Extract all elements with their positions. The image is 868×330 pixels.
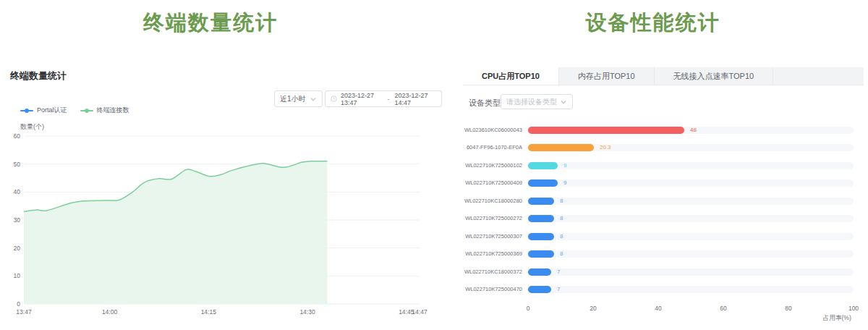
bar-category-label: WL023610KC06000043 <box>450 127 522 134</box>
bar-category-label: WL022710KC18000372 <box>450 268 522 276</box>
legend-label: 终端连接数 <box>97 106 129 115</box>
bar-track <box>528 198 854 205</box>
x-tick-label: 80 <box>778 305 799 312</box>
x-tick-label: 14:30 <box>299 308 315 316</box>
time-range-select[interactable]: 近1小时 <box>274 90 323 107</box>
bar-value-label: 7 <box>557 268 560 276</box>
x-tick-label: 100 <box>843 305 864 312</box>
bar-category-label: WL022710K725000307 <box>450 233 522 240</box>
legend-marker <box>80 110 93 111</box>
legend-item[interactable]: 终端连接数 <box>80 106 129 115</box>
line-chart-legend: Portal认证终端连接数 <box>20 106 129 115</box>
bar-value-label: 9 <box>563 179 566 187</box>
left-chart-header: 终端数量统计 <box>10 69 67 82</box>
x-tick-label: 20 <box>582 305 604 312</box>
y-tick-label: 30 <box>14 216 21 224</box>
bar-category-label: WL022710KC18000280 <box>450 198 522 205</box>
legend-item[interactable]: Portal认证 <box>20 106 67 115</box>
x-tick-label: 14:00 <box>102 308 118 316</box>
bar-category-label: WL022710K725000272 <box>450 215 522 222</box>
bar <box>528 250 554 258</box>
bar-value-label: 9 <box>563 162 566 169</box>
x-tick-label: 14:15 <box>201 308 217 316</box>
legend-marker <box>20 110 33 111</box>
bar-value-label: 7 <box>557 286 560 293</box>
bar-value-label: 20.3 <box>600 144 611 151</box>
tab-CPU占用TOP10[interactable]: CPU占用TOP10 <box>463 67 559 85</box>
time-range-value: 近1小时 <box>280 94 306 104</box>
tab-无线接入点速率TOP10[interactable]: 无线接入点速率TOP10 <box>655 67 774 85</box>
bar <box>528 162 558 169</box>
bar-category-label: WL022710K725000369 <box>450 250 522 258</box>
bar <box>528 144 594 151</box>
bar-track <box>528 250 854 258</box>
x-tick-label: 60 <box>712 305 734 312</box>
bar-category-label: WL022710K725000102 <box>450 162 522 169</box>
device-type-select[interactable]: 请选择设备类型 <box>501 94 573 109</box>
x-axis-title: 占用率(%) <box>823 314 851 323</box>
bar-category-label: WL022710K725000470 <box>450 286 522 293</box>
y-tick-label: 10 <box>14 272 21 279</box>
bar <box>528 286 551 293</box>
x-tick-label: 14:47 <box>412 308 427 316</box>
series-area-fill <box>24 161 327 304</box>
terminal-count-line-chart: 010203040506013:4714:0014:1514:3014:4514… <box>0 130 448 320</box>
bar-track <box>528 179 854 187</box>
date-range-separator: - <box>386 96 391 103</box>
y-tick-label: 40 <box>14 188 21 195</box>
bar-track <box>528 286 854 293</box>
bar-value-label: 8 <box>560 233 563 240</box>
bar-category-label: 6047-FF96-1070-EF0A <box>450 144 522 151</box>
device-type-label: 设备类型 <box>469 98 501 109</box>
clock-icon <box>331 95 337 103</box>
bar-track <box>528 162 854 169</box>
bar-category-label: WL022710K725000409 <box>450 179 522 187</box>
x-tick-label: 13:47 <box>16 308 32 316</box>
tab-内存占用TOP10[interactable]: 内存占用TOP10 <box>559 67 655 85</box>
bar <box>528 198 554 205</box>
bar-track <box>528 144 854 151</box>
legend-label: Portal认证 <box>37 106 67 115</box>
bar <box>528 179 558 187</box>
date-range-end[interactable]: 2023-12-27 14:47 <box>394 92 436 106</box>
bar-value-label: 8 <box>560 250 563 258</box>
bar-value-label: 8 <box>560 198 563 205</box>
bar <box>528 233 554 240</box>
performance-tabs: CPU占用TOP10内存占用TOP10无线接入点速率TOP10 <box>463 67 864 85</box>
left-panel-title: 终端数量统计 <box>0 9 421 38</box>
bar-track <box>528 215 854 222</box>
chevron-down-icon <box>560 98 567 106</box>
date-range-start[interactable]: 2023-12-27 13:47 <box>341 92 383 106</box>
y-tick-label: 20 <box>14 245 21 252</box>
y-tick-label: 50 <box>14 161 21 168</box>
x-tick-label: 40 <box>647 305 669 312</box>
bar-track <box>528 233 854 240</box>
dashboard: 终端数量统计 终端数量统计 近1小时 2023-12-27 13:47 - 20… <box>0 0 868 330</box>
y-tick-label: 0 <box>17 300 20 308</box>
x-tick-label: 0 <box>517 305 539 312</box>
device-type-placeholder: 请选择设备类型 <box>506 97 557 107</box>
bar <box>528 127 684 134</box>
bar <box>528 215 554 222</box>
right-panel-title: 设备性能统计 <box>463 9 843 38</box>
bar <box>528 268 551 276</box>
y-tick-label: 60 <box>14 132 21 140</box>
bar-value-label: 48 <box>690 127 697 134</box>
bar-track <box>528 268 854 276</box>
bar-value-label: 8 <box>560 215 563 222</box>
chevron-down-icon <box>310 96 317 103</box>
date-range-picker[interactable]: 2023-12-27 13:47 - 2023-12-27 14:47 <box>325 90 442 107</box>
